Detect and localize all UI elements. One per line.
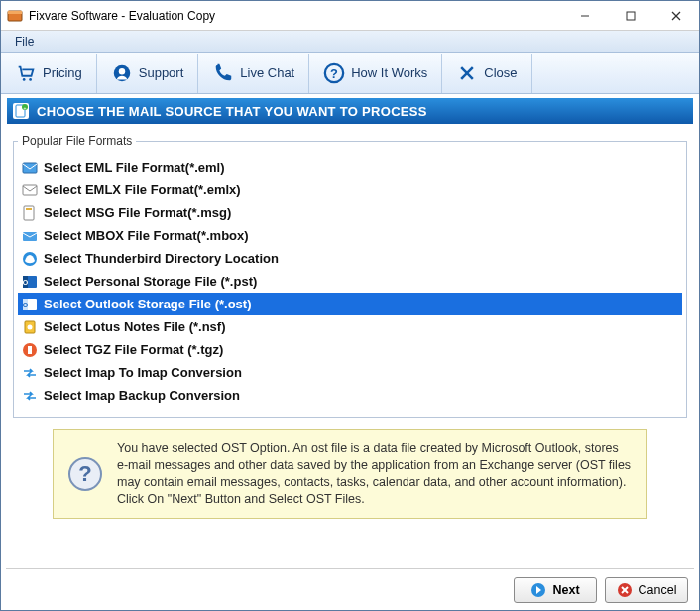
format-option[interactable]: Select EMLX File Format(*.emlx) bbox=[18, 179, 682, 201]
next-button[interactable]: Next bbox=[514, 577, 597, 603]
format-option[interactable]: Select MSG File Format(*.msg) bbox=[18, 201, 682, 224]
format-option[interactable]: Select MBOX File Format(*.mbox) bbox=[18, 224, 682, 247]
svg-point-7 bbox=[29, 78, 32, 81]
svg-rect-1 bbox=[8, 11, 22, 14]
format-option[interactable]: Select Imap Backup Conversion bbox=[18, 384, 682, 407]
tgz-icon bbox=[22, 342, 38, 358]
cart-icon bbox=[15, 62, 37, 84]
howitworks-button[interactable]: ? How It Works bbox=[309, 54, 442, 93]
format-label: Select Personal Storage File (*.pst) bbox=[44, 274, 257, 289]
format-option[interactable]: OSelect Outlook Storage File (*.ost) bbox=[18, 293, 682, 315]
svg-rect-17 bbox=[23, 163, 37, 173]
menu-file[interactable]: File bbox=[7, 33, 42, 51]
format-option[interactable]: Select TGZ File Format (*.tgz) bbox=[18, 338, 682, 361]
format-label: Select EMLX File Format(*.emlx) bbox=[44, 183, 241, 197]
support-button[interactable]: Support bbox=[97, 54, 199, 93]
question-icon: ? bbox=[323, 62, 345, 84]
imap-icon bbox=[22, 365, 38, 381]
format-option[interactable]: OSelect Personal Storage File (*.pst) bbox=[18, 270, 682, 293]
close-label: Close bbox=[484, 65, 517, 80]
format-option[interactable]: Select Lotus Notes File (*.nsf) bbox=[18, 315, 682, 338]
phone-icon bbox=[212, 62, 234, 84]
livechat-label: Live Chat bbox=[240, 65, 294, 80]
next-label: Next bbox=[552, 583, 579, 597]
formats-list: Select EML File Format(*.eml)Select EMLX… bbox=[18, 154, 682, 407]
pricing-button[interactable]: Pricing bbox=[1, 54, 97, 93]
livechat-button[interactable]: Live Chat bbox=[198, 54, 309, 93]
svg-text:O: O bbox=[23, 302, 29, 308]
content: Popular File Formats Select EML File For… bbox=[1, 124, 699, 519]
menubar: File bbox=[1, 31, 699, 53]
svg-text:?: ? bbox=[78, 461, 91, 486]
svg-point-6 bbox=[23, 78, 26, 81]
arrow-right-icon bbox=[530, 582, 546, 598]
cancel-icon bbox=[617, 582, 633, 598]
format-option[interactable]: Select EML File Format(*.eml) bbox=[18, 156, 682, 179]
close-app-button[interactable]: Close bbox=[442, 54, 531, 93]
maximize-button[interactable] bbox=[608, 1, 653, 31]
svg-text:+: + bbox=[24, 105, 27, 111]
format-option[interactable]: Select Imap To Imap Conversion bbox=[18, 361, 682, 384]
pst-icon: O bbox=[22, 274, 38, 290]
howitworks-label: How It Works bbox=[351, 65, 427, 80]
format-label: Select Imap To Imap Conversion bbox=[44, 365, 242, 380]
ost-icon: O bbox=[22, 297, 38, 312]
format-label: Select MBOX File Format(*.mbox) bbox=[44, 228, 249, 243]
divider bbox=[6, 568, 694, 569]
format-label: Select TGZ File Format (*.tgz) bbox=[44, 342, 223, 357]
svg-text:?: ? bbox=[330, 65, 338, 80]
svg-rect-32 bbox=[28, 346, 32, 354]
svg-rect-20 bbox=[26, 208, 32, 210]
format-label: Select Thunderbird Directory Location bbox=[44, 251, 279, 266]
format-label: Select Lotus Notes File (*.nsf) bbox=[44, 319, 225, 334]
svg-point-30 bbox=[28, 324, 33, 329]
svg-point-9 bbox=[119, 67, 125, 73]
footer: Next Cancel bbox=[514, 577, 688, 603]
mbox-icon bbox=[22, 228, 38, 244]
format-label: Select EML File Format(*.eml) bbox=[44, 160, 225, 175]
svg-text:O: O bbox=[23, 279, 29, 286]
emlx-icon bbox=[22, 183, 38, 198]
window-title: Fixvare Software - Evaluation Copy bbox=[29, 9, 562, 23]
format-label: Select Imap Backup Conversion bbox=[44, 388, 240, 403]
document-icon: + bbox=[13, 103, 29, 119]
imap-icon bbox=[22, 388, 38, 404]
formats-legend: Popular File Formats bbox=[18, 134, 136, 148]
banner-title: CHOOSE THE MAIL SOURCE THAT YOU WANT TO … bbox=[37, 104, 427, 119]
format-label: Select Outlook Storage File (*.ost) bbox=[44, 297, 251, 311]
format-label: Select MSG File Format(*.msg) bbox=[44, 205, 231, 220]
thunderbird-icon bbox=[22, 251, 38, 267]
titlebar: Fixvare Software - Evaluation Copy bbox=[1, 1, 699, 31]
close-window-button[interactable] bbox=[653, 1, 699, 31]
eml-icon bbox=[22, 160, 38, 176]
formats-group: Popular File Formats Select EML File For… bbox=[13, 134, 687, 418]
help-icon: ? bbox=[67, 456, 103, 492]
msg-icon bbox=[22, 205, 38, 221]
minimize-button[interactable] bbox=[562, 1, 608, 31]
info-text: You have selected OST Option. An ost fil… bbox=[117, 440, 633, 508]
support-icon bbox=[111, 62, 133, 84]
support-label: Support bbox=[139, 65, 184, 80]
app-icon bbox=[7, 8, 23, 24]
cancel-label: Cancel bbox=[639, 583, 677, 597]
cancel-button[interactable]: Cancel bbox=[605, 577, 688, 603]
format-option[interactable]: Select Thunderbird Directory Location bbox=[18, 247, 682, 270]
info-box: ? You have selected OST Option. An ost f… bbox=[53, 429, 647, 519]
svg-rect-3 bbox=[627, 12, 635, 20]
toolbar: Pricing Support Live Chat ? How It Works… bbox=[1, 53, 699, 94]
nsf-icon bbox=[22, 319, 38, 335]
svg-rect-18 bbox=[23, 185, 37, 195]
pricing-label: Pricing bbox=[43, 65, 82, 80]
banner: + CHOOSE THE MAIL SOURCE THAT YOU WANT T… bbox=[7, 98, 693, 124]
close-icon bbox=[456, 62, 478, 84]
